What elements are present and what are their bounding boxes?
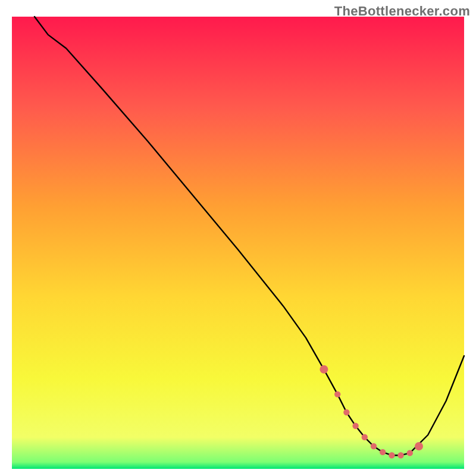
marker-dot <box>371 443 377 449</box>
marker-dot <box>343 409 349 415</box>
marker-dot <box>362 434 368 440</box>
bottleneck-chart <box>0 0 476 476</box>
marker-dot <box>389 452 394 458</box>
marker-dot <box>397 452 403 458</box>
watermark-text: TheBottlenecker.com <box>334 4 470 19</box>
chart-stage: TheBottlenecker.com <box>0 0 476 476</box>
gradient-background <box>12 17 464 469</box>
marker-dot <box>380 449 386 455</box>
marker-dot <box>320 365 328 374</box>
marker-dot <box>415 442 423 450</box>
marker-dot <box>334 391 340 397</box>
marker-dot <box>352 423 358 429</box>
marker-dot <box>407 450 413 456</box>
